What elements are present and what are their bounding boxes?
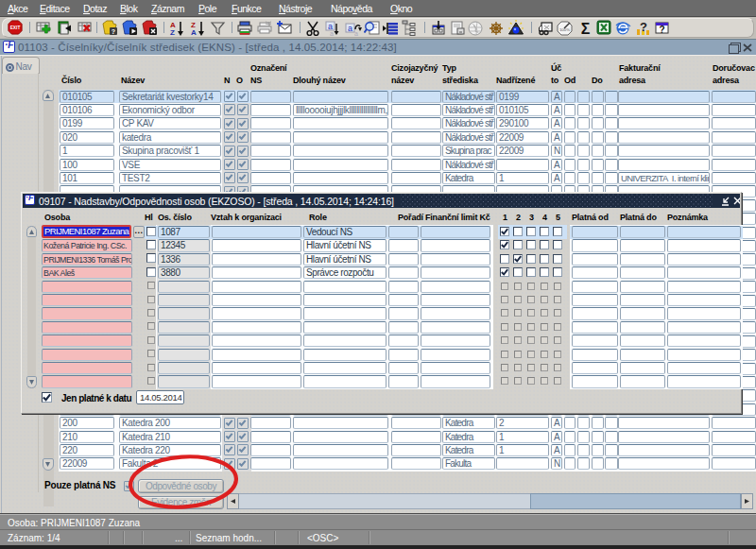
svg-text:A: A (191, 28, 197, 37)
svg-text:Z: Z (170, 28, 175, 37)
svg-text:a: a (354, 30, 358, 37)
svg-text:Σ: Σ (581, 21, 591, 37)
svg-text:?: ? (659, 25, 664, 35)
svg-text:EXIT: EXIT (10, 26, 21, 30)
svg-text:a: a (348, 24, 352, 33)
svg-text:a: a (330, 30, 334, 37)
svg-text:?: ? (112, 28, 115, 35)
